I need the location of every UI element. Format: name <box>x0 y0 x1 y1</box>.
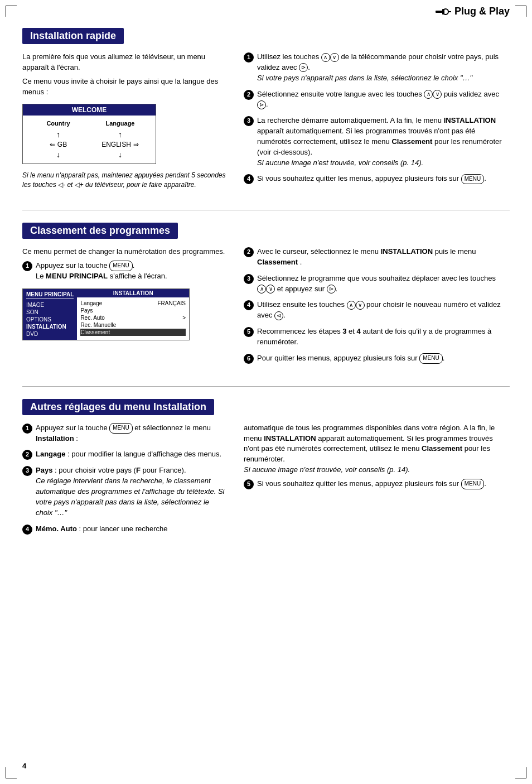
btn-ok2: ⊳ <box>257 100 266 109</box>
welcome-title: WELCOME <box>23 104 156 116</box>
menu-item-image: IMAGE <box>26 301 74 309</box>
s3-step3-text: Pays : pour choisir votre pays (F pour F… <box>36 465 227 518</box>
section3-title: Autres réglages du menu Installation <box>22 399 214 415</box>
menu-item-installation: INSTALLATION <box>26 323 74 330</box>
s2-step5-text: Recommencez les étapes 3 et 4 autant de … <box>257 326 510 348</box>
corner-mark-tl <box>6 6 17 17</box>
step2-num: 2 <box>244 90 254 100</box>
section1-italic-note: Si le menu n'apparaît pas, maintenez app… <box>22 171 227 190</box>
menu-row-classement: Classement <box>80 329 186 336</box>
s3-step2-num: 2 <box>22 450 32 460</box>
menu-right-title: INSTALLATION <box>77 289 189 297</box>
s3-step2-text: Langage : pour modifier la langue d'affi… <box>36 449 227 460</box>
corner-mark-bl <box>6 767 17 778</box>
page-number: 4 <box>22 762 26 770</box>
corner-mark-br <box>515 767 526 778</box>
section-autres-reglages: Autres réglages du menu Installation 1 A… <box>22 399 510 540</box>
menu-row-rec-auto: Rec. Auto> <box>80 314 186 321</box>
menu-screen: MENU PRINCIPAL IMAGE SON OPTIONS INSTALL… <box>22 288 190 340</box>
btn-up4: ∧ <box>347 301 356 310</box>
svg-rect-0 <box>436 11 442 13</box>
divider1 <box>22 210 510 210</box>
s3-step3-num: 3 <box>22 466 32 476</box>
section1-step3: 3 La recherche démarre automatiquement. … <box>244 116 510 168</box>
btn-down2: ∨ <box>433 90 442 99</box>
arrow-right-language <box>133 141 139 148</box>
section1-step1: 1 Utilisez les touches ∧∨ de la télécomm… <box>244 52 510 84</box>
section1-step4: 4 Si vous souhaitez quitter les menus, a… <box>244 174 510 184</box>
menu-right-body: LangageFRANÇAIS Pays Rec. Auto> Rec. Man… <box>77 297 189 338</box>
divider2 <box>22 386 510 387</box>
welcome-col-language: Language <box>90 120 150 128</box>
welcome-language-col: ENGLISH <box>90 130 150 159</box>
arrow-up-country <box>56 130 60 139</box>
menu-item-dvd: DVD <box>26 330 74 338</box>
s2-step6-text: Pour quitter les menus, appuyez plusieur… <box>257 353 510 364</box>
step1-text: Utilisez les touches ∧∨ de la télécomman… <box>257 52 510 84</box>
s3-step1-num: 1 <box>22 424 32 434</box>
plug-icon <box>436 7 451 16</box>
s2-step1-num: 1 <box>22 261 32 271</box>
section1-right: 1 Utilisez les touches ∧∨ de la télécomm… <box>244 52 510 193</box>
section2-step6: 6 Pour quitter les menus, appuyez plusie… <box>244 353 510 364</box>
step3-text: La recherche démarre automatiquement. A … <box>257 116 510 168</box>
s3-step4-num: 4 <box>22 525 32 535</box>
s3-step4-text: Mémo. Auto : pour lancer une recherche <box>36 524 227 535</box>
s2-step5-num: 5 <box>244 327 254 337</box>
s3-step1-text: Appuyez sur la touche MENU et sélectionn… <box>36 423 227 444</box>
section1-para2: Ce menu vous invite à choisir le pays ai… <box>22 76 227 98</box>
section2-step3: 3 Sélectionnez le programme que vous sou… <box>244 273 510 295</box>
btn-down3: ∨ <box>266 285 275 294</box>
section2-right: 2 Avec le curseur, sélectionnez le menu … <box>244 247 510 369</box>
arrow-up-language <box>118 130 122 139</box>
menu-right: INSTALLATION LangageFRANÇAIS Pays Rec. A… <box>77 289 189 340</box>
section3-left: 1 Appuyez sur la touche MENU et sélectio… <box>22 423 227 540</box>
s2-step4-text: Utilisez ensuite les touches ∧∨ pour cho… <box>257 300 510 321</box>
section2-title: Classement des programmes <box>22 223 178 239</box>
section3-step2: 2 Langage : pour modifier la langue d'af… <box>22 449 227 460</box>
section2-left: Ce menu permet de changer la numérotatio… <box>22 247 227 369</box>
welcome-body: Country Language GB <box>23 116 156 163</box>
s2-step3-num: 3 <box>244 274 254 284</box>
section3-step3: 3 Pays : pour choisir votre pays (F pour… <box>22 465 227 518</box>
section3-step5: 5 Si vous souhaitez quitter les menus, a… <box>244 479 510 489</box>
s2-step4-num: 4 <box>244 300 254 310</box>
btn-left4: ⊲ <box>274 311 283 320</box>
btn-ok3: ⊳ <box>327 285 336 294</box>
btn-menu4: MENU <box>109 423 132 434</box>
s2-step2-num: 2 <box>244 247 254 257</box>
arrow-down-country <box>56 150 60 159</box>
section2-step1: 1 Appuyez sur la touche MENU. Le MENU PR… <box>22 261 227 282</box>
section3-right: automatique de tous les programmes dispo… <box>244 423 510 540</box>
section-installation-rapide: Installation rapide La première fois que… <box>22 28 510 193</box>
section-classement: Classement des programmes Ce menu permet… <box>22 223 510 369</box>
s2-step1-text: Appuyez sur la touche MENU. Le MENU PRIN… <box>36 261 227 282</box>
s3-step5-num: 5 <box>244 479 254 489</box>
welcome-gb-row: GB <box>50 141 67 148</box>
section2-step2: 2 Avec le curseur, sélectionnez le menu … <box>244 247 510 268</box>
plug-play-header: Plug & Play <box>436 6 510 17</box>
btn-up: ∧ <box>321 53 330 62</box>
btn-up3: ∧ <box>257 285 266 294</box>
welcome-language-val: ENGLISH <box>101 141 131 148</box>
welcome-lang-row: ENGLISH <box>101 141 139 148</box>
menu-principal-title: MENU PRINCIPAL <box>26 291 74 299</box>
welcome-country-val: GB <box>57 141 67 148</box>
btn-menu5: MENU <box>461 479 484 489</box>
welcome-col-country: Country <box>28 120 88 128</box>
menu-row-rec-manuelle: Rec. Manuelle <box>80 321 186 329</box>
welcome-country-col: GB <box>28 130 88 159</box>
step4-text: Si vous souhaitez quitter les menus, app… <box>257 174 510 184</box>
section1-title: Installation rapide <box>22 28 124 44</box>
section3-step1: 1 Appuyez sur la touche MENU et sélectio… <box>22 423 227 444</box>
section3-right-text1: automatique de tous les programmes dispo… <box>244 423 510 475</box>
section3-step4: 4 Mémo. Auto : pour lancer une recherche <box>22 524 227 535</box>
step2-text: Sélectionnez ensuite votre langue avec l… <box>257 89 510 110</box>
btn-menu1: MENU <box>461 174 484 185</box>
section1-left: La première fois que vous allumez le tél… <box>22 52 227 193</box>
step3-num: 3 <box>244 116 254 126</box>
corner-mark-tr <box>515 6 526 17</box>
step4-num: 4 <box>244 174 254 184</box>
btn-menu2: MENU <box>109 261 132 271</box>
section1-para1: La première fois que vous allumez le tél… <box>22 52 227 73</box>
